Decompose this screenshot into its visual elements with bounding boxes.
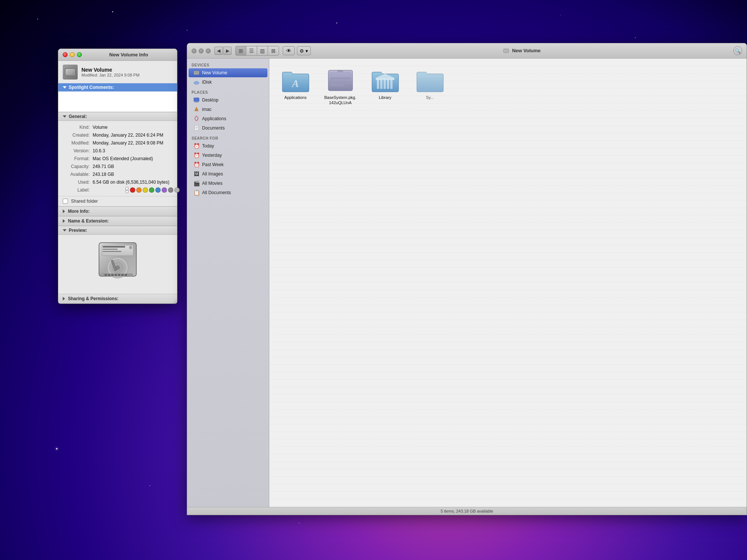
label-x[interactable]: × — [125, 187, 128, 193]
minimize-button[interactable] — [70, 52, 75, 57]
svg-rect-24 — [125, 274, 127, 276]
new-volume-icon — [193, 69, 200, 76]
quicklook-button[interactable]: 👁 — [283, 46, 295, 55]
list-view-button[interactable]: ☰ — [247, 46, 257, 55]
svg-line-29 — [174, 301, 177, 304]
finder-minimize-button[interactable] — [199, 49, 204, 53]
modified-row: Modified: Monday, January 22, 2024 9:08 … — [63, 140, 173, 146]
back-button[interactable]: ◀ — [214, 47, 223, 55]
forward-button[interactable]: ▶ — [223, 47, 232, 55]
label-color-dot[interactable] — [149, 187, 154, 193]
available-value: 243.18 GB — [93, 171, 173, 178]
available-label: Available: — [63, 171, 93, 178]
name-extension-row[interactable]: Name & Extension: — [58, 216, 177, 226]
finder-item-library[interactable]: Library — [366, 66, 404, 108]
finder-maximize-button[interactable] — [206, 49, 211, 53]
shared-folder-row: Shared folder — [58, 196, 177, 206]
action-menu-button[interactable]: ⚙ ▾ — [297, 46, 311, 55]
spotlight-label: Spotlight Comments: — [69, 85, 114, 90]
svg-rect-17 — [103, 274, 133, 276]
sidebar-item-desktop[interactable]: Desktop — [189, 96, 267, 105]
svg-rect-53 — [377, 80, 379, 89]
svg-rect-22 — [118, 274, 120, 276]
general-header[interactable]: General: — [58, 112, 177, 121]
label-color-dot[interactable] — [143, 187, 148, 193]
finder-body: DEVICES New Volume — [187, 59, 747, 507]
volume-icon — [63, 65, 78, 80]
capacity-value: 249.71 GB — [93, 163, 173, 170]
sidebar-item-new-volume-label: New Volume — [202, 70, 227, 75]
status-text: 5 items, 243.18 GB available — [441, 509, 493, 513]
sidebar-item-applications[interactable]: Applications — [189, 114, 267, 123]
navigation-buttons: ◀ ▶ — [214, 47, 232, 55]
today-icon: ⏰ — [193, 143, 200, 149]
svg-rect-18 — [105, 274, 107, 276]
sidebar-item-imac-label: imac — [202, 107, 211, 112]
kind-value: Volume — [93, 124, 173, 131]
sidebar-item-today[interactable]: ⏰ Today — [189, 141, 267, 150]
basesystem-pkg-icon: PKG — [326, 68, 354, 93]
sidebar-item-desktop-label: Desktop — [202, 97, 218, 103]
documents-icon — [193, 125, 200, 131]
sidebar: DEVICES New Volume — [187, 59, 269, 507]
spotlight-header[interactable]: Spotlight Comments: — [58, 83, 177, 91]
finder-item-system[interactable]: Sy... — [411, 66, 449, 108]
kind-row: Kind: Volume — [63, 124, 173, 131]
sidebar-item-past-week[interactable]: ⏰ Past Week — [189, 160, 267, 169]
modified-label: Modified: — [63, 140, 93, 146]
finder-item-basesystem[interactable]: PKG BaseSystem.pkg. 142uQLUnA — [322, 66, 359, 108]
sidebar-item-yesterday-label: Yesterday — [202, 153, 222, 158]
icon-view-button[interactable]: ⊞ — [236, 46, 246, 55]
coverflow-view-button[interactable]: ⊠ — [268, 46, 279, 55]
spotlight-content[interactable] — [58, 91, 177, 112]
version-label: Version: — [63, 147, 93, 154]
preview-triangle-icon — [63, 229, 66, 231]
shared-folder-checkbox[interactable] — [63, 199, 68, 204]
finder-item-applications[interactable]: A Applications — [277, 66, 314, 108]
general-triangle-icon — [63, 115, 66, 118]
sharing-row[interactable]: Sharing & Permissions: — [58, 294, 177, 304]
kind-label: Kind: — [63, 124, 93, 131]
volume-name-block: New Volume Modified: Jan 22, 2024 9:08 P… — [81, 67, 173, 77]
sidebar-item-idisk-label: iDisk — [202, 80, 212, 85]
sidebar-item-yesterday[interactable]: ⏰ Yesterday — [189, 151, 267, 160]
label-color-dot[interactable] — [155, 187, 161, 193]
sidebar-item-imac[interactable]: imac — [189, 105, 267, 114]
past-week-icon: ⏰ — [193, 161, 200, 168]
label-color-dot[interactable] — [136, 187, 142, 193]
resize-handle[interactable] — [173, 299, 177, 304]
preview-header[interactable]: Preview: — [58, 226, 177, 235]
label-color-dot[interactable] — [130, 187, 135, 193]
places-section-header: PLACES — [187, 89, 269, 95]
all-movies-icon: 🎬 — [193, 180, 200, 187]
info-window-title: New Volume Info — [85, 52, 173, 57]
label-color-dot[interactable] — [174, 187, 180, 193]
system-folder-icon — [416, 68, 444, 93]
label-color-dot[interactable] — [162, 187, 167, 193]
column-view-button[interactable]: ▥ — [257, 46, 268, 55]
name-extension-triangle-icon — [63, 219, 65, 223]
sidebar-item-all-documents[interactable]: 📋 All Documents — [189, 188, 267, 197]
maximize-button[interactable] — [77, 52, 82, 57]
finder-titlebar: ◀ ▶ ⊞ ☰ ▥ ⊠ 👁 ⚙ ▾ New Volume 🔍 — [187, 43, 747, 59]
version-row: Version: 10.6.3 — [63, 147, 173, 154]
search-button[interactable]: 🔍 — [733, 46, 742, 55]
format-row: Format: Mac OS Extended (Journaled) — [63, 155, 173, 162]
finder-close-button[interactable] — [192, 49, 196, 53]
finder-statusbar: 5 items, 243.18 GB available — [187, 507, 747, 515]
modified-value: Monday, January 22, 2024 9:08 PM — [93, 140, 173, 146]
sidebar-item-all-images[interactable]: 🖼 All Images — [189, 169, 267, 178]
capacity-row: Capacity: 249.71 GB — [63, 163, 173, 170]
svg-rect-21 — [115, 274, 117, 276]
format-value: Mac OS Extended (Journaled) — [93, 155, 173, 162]
sidebar-item-all-movies[interactable]: 🎬 All Movies — [189, 179, 267, 188]
more-info-row[interactable]: More Info: — [58, 206, 177, 216]
close-button[interactable] — [63, 52, 68, 57]
sidebar-item-new-volume[interactable]: New Volume — [189, 68, 267, 77]
created-value: Monday, January 22, 2024 6:24 PM — [93, 132, 173, 139]
sidebar-item-documents[interactable]: Documents — [189, 124, 267, 133]
svg-point-3 — [70, 72, 71, 73]
label-color-dot[interactable] — [168, 187, 173, 193]
idisk-icon — [193, 79, 200, 85]
sidebar-item-idisk[interactable]: iDisk — [189, 78, 267, 87]
